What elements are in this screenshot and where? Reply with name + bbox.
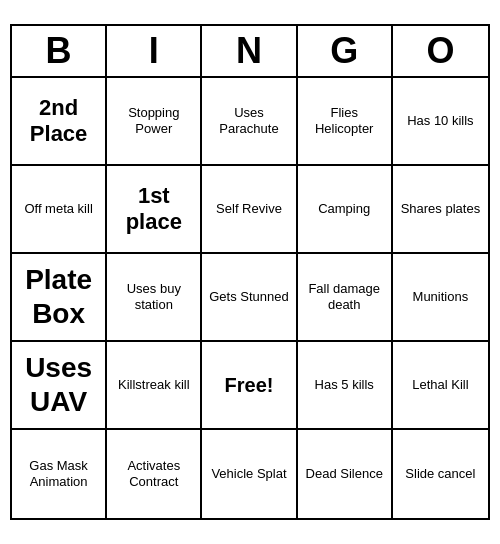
bingo-cell-5: Off meta kill (12, 166, 107, 254)
bingo-cell-12: Gets Stunned (202, 254, 297, 342)
bingo-cell-10: Plate Box (12, 254, 107, 342)
bingo-cell-17: Free! (202, 342, 297, 430)
header-letter-N: N (202, 26, 297, 76)
bingo-cell-text-4: Has 10 kills (407, 113, 473, 129)
bingo-cell-text-6: 1st place (111, 183, 196, 236)
bingo-header: BINGO (12, 26, 488, 78)
header-letter-B: B (12, 26, 107, 76)
bingo-cell-text-8: Camping (318, 201, 370, 217)
bingo-cell-text-11: Uses buy station (111, 281, 196, 312)
bingo-cell-13: Fall damage death (298, 254, 393, 342)
bingo-cell-text-0: 2nd Place (16, 95, 101, 148)
bingo-cell-9: Shares plates (393, 166, 488, 254)
bingo-cell-text-15: Uses UAV (16, 351, 101, 418)
bingo-cell-18: Has 5 kills (298, 342, 393, 430)
bingo-cell-text-18: Has 5 kills (315, 377, 374, 393)
bingo-cell-4: Has 10 kills (393, 78, 488, 166)
bingo-cell-23: Dead Silence (298, 430, 393, 518)
bingo-cell-text-2: Uses Parachute (206, 105, 291, 136)
bingo-cell-text-23: Dead Silence (306, 466, 383, 482)
bingo-cell-19: Lethal Kill (393, 342, 488, 430)
bingo-cell-11: Uses buy station (107, 254, 202, 342)
bingo-cell-2: Uses Parachute (202, 78, 297, 166)
bingo-cell-text-10: Plate Box (16, 263, 101, 330)
bingo-cell-text-9: Shares plates (401, 201, 481, 217)
bingo-cell-text-7: Self Revive (216, 201, 282, 217)
header-letter-I: I (107, 26, 202, 76)
bingo-cell-text-5: Off meta kill (24, 201, 92, 217)
bingo-cell-20: Gas Mask Animation (12, 430, 107, 518)
header-letter-O: O (393, 26, 488, 76)
bingo-cell-text-13: Fall damage death (302, 281, 387, 312)
bingo-cell-24: Slide cancel (393, 430, 488, 518)
bingo-cell-15: Uses UAV (12, 342, 107, 430)
bingo-cell-text-12: Gets Stunned (209, 289, 289, 305)
bingo-cell-1: Stopping Power (107, 78, 202, 166)
bingo-cell-7: Self Revive (202, 166, 297, 254)
bingo-cell-text-16: Killstreak kill (118, 377, 190, 393)
bingo-cell-text-3: Flies Helicopter (302, 105, 387, 136)
bingo-cell-6: 1st place (107, 166, 202, 254)
bingo-cell-3: Flies Helicopter (298, 78, 393, 166)
bingo-cell-21: Activates Contract (107, 430, 202, 518)
bingo-cell-text-24: Slide cancel (405, 466, 475, 482)
bingo-cell-text-22: Vehicle Splat (211, 466, 286, 482)
bingo-cell-0: 2nd Place (12, 78, 107, 166)
bingo-cell-text-14: Munitions (413, 289, 469, 305)
bingo-cell-text-19: Lethal Kill (412, 377, 468, 393)
header-letter-G: G (298, 26, 393, 76)
bingo-cell-14: Munitions (393, 254, 488, 342)
bingo-cell-text-20: Gas Mask Animation (16, 458, 101, 489)
bingo-cell-text-1: Stopping Power (111, 105, 196, 136)
bingo-cell-8: Camping (298, 166, 393, 254)
bingo-cell-text-21: Activates Contract (111, 458, 196, 489)
bingo-card: BINGO 2nd PlaceStopping PowerUses Parach… (10, 24, 490, 520)
bingo-cell-text-17: Free! (225, 373, 274, 397)
bingo-cell-16: Killstreak kill (107, 342, 202, 430)
bingo-grid: 2nd PlaceStopping PowerUses ParachuteFli… (12, 78, 488, 518)
bingo-cell-22: Vehicle Splat (202, 430, 297, 518)
